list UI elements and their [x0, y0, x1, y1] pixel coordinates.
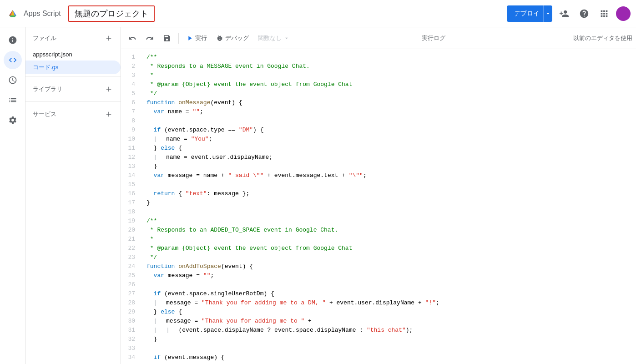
nav-info-button[interactable]	[4, 31, 22, 49]
add-service-icon	[105, 110, 113, 118]
save-icon	[163, 34, 171, 42]
settings-icon	[8, 116, 17, 125]
header: Apps Script 無題のプロジェクト デプロイ	[0, 0, 636, 27]
services-section-header: サービス	[25, 103, 121, 124]
files-section-header: ファイル	[25, 27, 121, 48]
logo: Apps Script	[5, 6, 61, 21]
info-icon	[8, 35, 17, 45]
file-code-gs[interactable]: コード.gs	[25, 61, 121, 74]
toolbar-divider-1	[178, 33, 179, 44]
apps-script-logo	[5, 6, 20, 21]
chevron-down-icon	[546, 12, 550, 15]
nav-settings-button[interactable]	[4, 111, 22, 129]
debug-button[interactable]: デバッグ	[212, 32, 252, 44]
add-service-button[interactable]	[102, 108, 115, 121]
file-appsscript-json[interactable]: appsscript.json	[25, 48, 121, 61]
list-icon	[8, 96, 17, 105]
libraries-section-header: ライブラリ	[25, 78, 121, 99]
add-file-button[interactable]	[102, 32, 115, 45]
deploy-arrow-button[interactable]	[543, 5, 552, 22]
use-old-editor-link[interactable]: 以前のエディタを使用	[573, 34, 632, 42]
add-library-icon	[105, 85, 113, 93]
undo-button[interactable]	[125, 32, 140, 44]
icon-nav	[0, 27, 25, 364]
save-button[interactable]	[159, 32, 175, 44]
add-library-button[interactable]	[102, 83, 115, 96]
line-numbers: 1234567891011121314151617181920212223242…	[121, 49, 139, 364]
undo-icon	[128, 34, 136, 42]
debug-icon	[216, 35, 223, 42]
run-button[interactable]: 実行	[182, 32, 211, 44]
nav-code-button[interactable]	[4, 51, 22, 69]
sidebar-divider-1	[25, 76, 121, 76]
nav-executions-button[interactable]	[4, 91, 22, 109]
code-content[interactable]: /** * Responds to a MESSAGE event in Goo…	[139, 49, 636, 364]
help-button[interactable]	[576, 5, 592, 22]
sidebar-divider-2	[25, 101, 121, 101]
dropdown-icon	[283, 35, 290, 41]
clock-icon	[8, 76, 17, 85]
body-layout: ファイル appsscript.json コード.gs ライブラリ サービス	[0, 27, 636, 364]
add-user-button[interactable]	[556, 5, 572, 22]
play-icon	[186, 35, 193, 42]
code-icon	[8, 56, 17, 65]
execution-log-button[interactable]: 実行ログ	[418, 32, 449, 44]
deploy-button[interactable]: デプロイ	[507, 6, 547, 21]
add-icon	[105, 34, 113, 42]
toolbar: 実行 デバッグ 関数なし 実行ログ 以前のエディタを使用	[121, 27, 636, 49]
person-add-icon	[559, 9, 569, 19]
avatar[interactable]	[616, 6, 631, 21]
app-name: Apps Script	[24, 10, 61, 18]
sidebar: ファイル appsscript.json コード.gs ライブラリ サービス	[25, 27, 121, 364]
redo-button[interactable]	[142, 32, 157, 44]
function-select[interactable]: 関数なし	[254, 32, 293, 44]
editor-area: 実行 デバッグ 関数なし 実行ログ 以前のエディタを使用 12345678910…	[121, 27, 636, 364]
header-actions: デプロイ	[507, 5, 631, 22]
grid-icon	[599, 9, 609, 19]
nav-triggers-button[interactable]	[4, 71, 22, 89]
help-icon	[579, 9, 589, 19]
apps-button[interactable]	[596, 5, 612, 22]
project-title[interactable]: 無題のプロジェクト	[68, 5, 155, 22]
code-editor[interactable]: 1234567891011121314151617181920212223242…	[121, 49, 636, 364]
redo-icon	[146, 34, 154, 42]
